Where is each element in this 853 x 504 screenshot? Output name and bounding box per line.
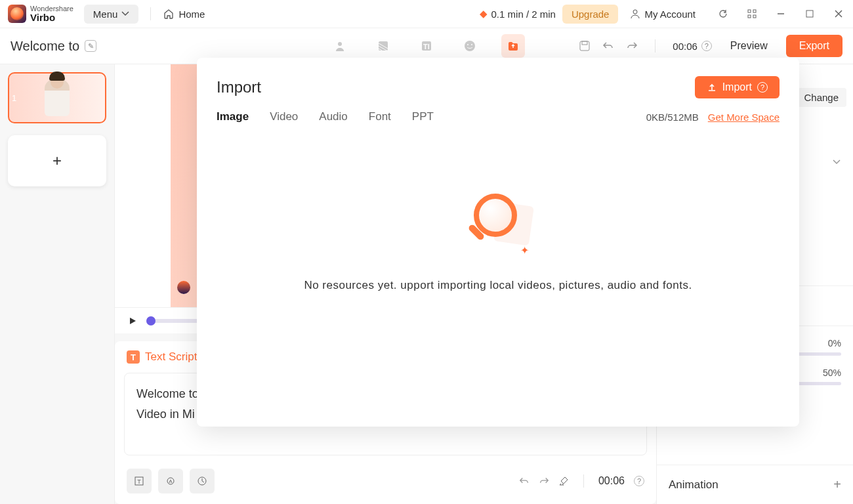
export-button[interactable]: Export bbox=[786, 35, 843, 57]
document-title[interactable]: Welcome to ✎ bbox=[10, 39, 96, 54]
title-bar: Wondershare Virbo Menu Home ◆ 0.1 min / … bbox=[0, 0, 853, 28]
tab-image[interactable]: Image bbox=[217, 110, 249, 123]
change-button[interactable]: Change bbox=[796, 88, 846, 107]
svg-point-0 bbox=[633, 10, 637, 14]
minimize-button[interactable] bbox=[774, 7, 787, 20]
doc-title-text: Welcome to bbox=[10, 39, 79, 54]
center-tools: TI bbox=[328, 34, 525, 58]
home-icon bbox=[163, 8, 175, 20]
pitch-value: 0% bbox=[828, 338, 841, 348]
animation-section[interactable]: Animation + bbox=[657, 465, 853, 504]
chevron-down-icon bbox=[832, 159, 841, 165]
import-button-label: Import bbox=[722, 81, 752, 93]
separator bbox=[150, 7, 151, 20]
slide-number: 1 bbox=[12, 93, 16, 103]
add-slide-button[interactable]: + bbox=[8, 135, 106, 186]
avatar-figure bbox=[45, 79, 70, 116]
slide-thumbnail[interactable]: 1 bbox=[8, 72, 106, 123]
modal-tabs: Image Video Audio Font PPT 0KB/512MB Get… bbox=[217, 110, 780, 123]
volume-value: 50% bbox=[823, 368, 841, 378]
import-modal: Import Import ? Image Video Audio Font P… bbox=[197, 58, 799, 427]
help-icon[interactable]: ? bbox=[757, 82, 768, 93]
modal-title: Import bbox=[217, 78, 261, 96]
animation-label: Animation bbox=[669, 478, 718, 492]
svg-point-11 bbox=[465, 41, 475, 51]
import-button[interactable]: Import ? bbox=[695, 76, 780, 98]
svg-rect-15 bbox=[582, 41, 587, 45]
script-undo-icon[interactable] bbox=[519, 476, 530, 486]
svg-text:TI: TI bbox=[423, 43, 430, 51]
brand-name: Virbo bbox=[30, 12, 55, 23]
svg-rect-3 bbox=[748, 15, 751, 18]
svg-rect-1 bbox=[748, 10, 751, 12]
storage-usage: 0KB/512MB bbox=[646, 112, 699, 123]
script-tab-label: Text Script bbox=[145, 350, 197, 364]
script-tool-1[interactable]: T bbox=[127, 469, 152, 494]
credits-text: 0.1 min / 2 min bbox=[491, 9, 556, 20]
svg-point-7 bbox=[338, 42, 342, 46]
script-tool-3[interactable] bbox=[190, 469, 215, 494]
broom-icon[interactable] bbox=[558, 476, 569, 486]
text-tool-icon[interactable]: TI bbox=[415, 34, 438, 58]
script-redo-icon[interactable] bbox=[539, 476, 549, 486]
svg-text:T: T bbox=[137, 478, 141, 485]
text-script-icon: T bbox=[127, 350, 140, 364]
duration-text: 00:06 bbox=[673, 41, 697, 52]
get-more-space-link[interactable]: Get More Space bbox=[708, 112, 780, 123]
storage-info: 0KB/512MB Get More Space bbox=[646, 112, 780, 123]
home-button[interactable]: Home bbox=[163, 8, 205, 20]
separator bbox=[583, 474, 584, 488]
svg-rect-6 bbox=[806, 10, 813, 17]
empty-state: ✦ No resources yet. upport importing loc… bbox=[217, 123, 780, 360]
grid-icon[interactable] bbox=[745, 7, 759, 20]
svg-point-13 bbox=[471, 44, 472, 45]
avatar-tool-icon[interactable] bbox=[328, 34, 352, 58]
svg-rect-2 bbox=[753, 10, 756, 12]
close-button[interactable] bbox=[832, 7, 845, 20]
home-label: Home bbox=[178, 9, 205, 20]
user-icon bbox=[630, 9, 640, 19]
logo-icon bbox=[8, 5, 26, 23]
magnifier-icon: ✦ bbox=[462, 191, 534, 263]
save-icon[interactable] bbox=[579, 40, 591, 52]
chevron-down-icon bbox=[121, 11, 129, 16]
modal-header: Import Import ? bbox=[217, 76, 780, 98]
plus-icon[interactable]: + bbox=[833, 477, 841, 492]
tab-video[interactable]: Video bbox=[270, 110, 298, 123]
right-tools: 00:06 ? Preview Export bbox=[579, 35, 843, 57]
separator bbox=[655, 39, 655, 52]
help-icon[interactable]: ? bbox=[701, 41, 712, 51]
script-tool-2[interactable]: A bbox=[158, 469, 183, 494]
tab-audio[interactable]: Audio bbox=[319, 110, 347, 123]
help-icon[interactable]: ? bbox=[634, 476, 644, 486]
background-tool-icon[interactable] bbox=[371, 34, 395, 58]
svg-text:A: A bbox=[169, 478, 173, 484]
canvas-badge-icon bbox=[177, 281, 190, 294]
svg-rect-14 bbox=[580, 41, 589, 51]
play-button[interactable] bbox=[128, 316, 137, 326]
redo-icon[interactable] bbox=[626, 40, 638, 52]
edit-icon[interactable]: ✎ bbox=[85, 40, 96, 52]
import-tool-icon[interactable] bbox=[501, 34, 525, 58]
app-logo: Wondershare Virbo bbox=[8, 5, 73, 23]
upgrade-button[interactable]: Upgrade bbox=[562, 5, 619, 24]
script-duration: 00:06 bbox=[598, 475, 625, 487]
empty-message: No resources yet. upport importing local… bbox=[304, 279, 692, 292]
duration-display: 00:06 ? bbox=[673, 41, 712, 52]
script-footer: T A 00:06 ? bbox=[115, 461, 656, 504]
menu-button[interactable]: Menu bbox=[84, 5, 139, 24]
diamond-icon: ◆ bbox=[480, 8, 488, 20]
svg-point-12 bbox=[467, 44, 468, 45]
scrubber-thumb[interactable] bbox=[146, 316, 156, 326]
undo-icon[interactable] bbox=[602, 40, 614, 52]
upload-icon bbox=[707, 82, 717, 93]
account-button[interactable]: My Account bbox=[625, 6, 701, 22]
refresh-icon[interactable] bbox=[717, 7, 730, 20]
preview-button[interactable]: Preview bbox=[724, 36, 774, 56]
account-label: My Account bbox=[644, 9, 696, 20]
tab-font[interactable]: Font bbox=[369, 110, 391, 123]
tab-ppt[interactable]: PPT bbox=[412, 110, 434, 123]
sticker-tool-icon[interactable] bbox=[458, 34, 482, 58]
menu-label: Menu bbox=[93, 9, 118, 20]
maximize-button[interactable] bbox=[803, 7, 816, 20]
